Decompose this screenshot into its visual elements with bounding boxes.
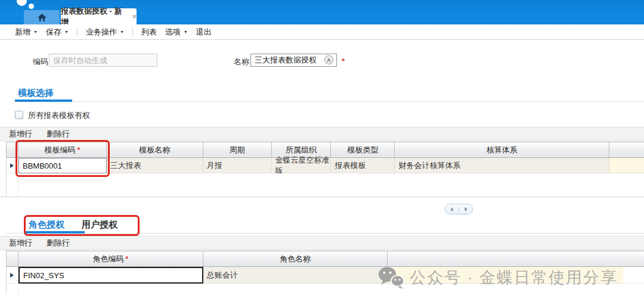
header-template-type: 模板类型: [331, 142, 395, 157]
header-row-indicator: [7, 251, 18, 266]
app-window: 报表数据授权 - 新增 × 新增 ▼ 保存 ▼ 业务操作 ▼ 列表 选项 ▼ 退…: [0, 0, 644, 305]
header-label: 周期: [230, 145, 245, 155]
row-selected-icon: [10, 273, 14, 278]
delete-row-button[interactable]: 删除行: [47, 238, 70, 248]
logo-dot-icon: [29, 4, 34, 9]
row-indicator[interactable]: [7, 267, 18, 284]
header-label: 模板名称: [139, 145, 170, 155]
cell-template-code[interactable]: BBMB0001: [18, 158, 107, 173]
role-grid-toolbar: 新增行 删除行: [0, 236, 644, 250]
collapse-up-button[interactable]: ∧: [445, 204, 459, 214]
menu-options-button[interactable]: 选项 ▼: [165, 27, 188, 38]
header-row-indicator: [7, 142, 18, 157]
required-asterisk: *: [126, 255, 129, 263]
cell-org[interactable]: 金蝶云星空标准版: [272, 158, 332, 173]
caret-down-icon: ▼: [184, 30, 188, 34]
cell-role-code[interactable]: FIN02_SYS: [18, 267, 203, 284]
active-tab-underline: [15, 99, 72, 102]
menu-exit-button[interactable]: 退出: [196, 27, 212, 38]
menu-separator: [77, 27, 78, 36]
home-icon: [38, 14, 47, 21]
role-grid-empty-area: [6, 284, 644, 294]
cell-role-name[interactable]: 总账会计: [203, 267, 388, 284]
active-tab-underline: [25, 231, 85, 234]
grid-line: [18, 284, 18, 294]
header-role-name: 角色名称: [203, 251, 388, 266]
menu-list-label: 列表: [141, 27, 157, 38]
template-grid: 模板编码 * 模板名称 周期 所属组织 模板类型 核算体系: [6, 142, 644, 173]
delete-row-button[interactable]: 删除行: [47, 129, 70, 139]
table-row: FIN02_SYS 总账会计: [6, 267, 644, 284]
grid-line: [18, 173, 18, 197]
tab-role-authorization[interactable]: 角色授权: [29, 219, 64, 231]
header-label: 角色名称: [280, 254, 311, 264]
tab-report-data-auth[interactable]: 报表数据授权 - 新增 ×: [61, 8, 137, 24]
role-grid-header: 角色编码 * 角色名称: [6, 251, 644, 267]
cell-template-name[interactable]: 三大报表: [107, 158, 203, 173]
cell-filler: [388, 267, 623, 284]
template-grid-empty-area: [6, 173, 644, 197]
menubar: 新增 ▼ 保存 ▼ 业务操作 ▼ 列表 选项 ▼ 退出: [0, 24, 644, 40]
header-template-code: 模板编码 *: [18, 142, 107, 157]
cell-outside: [623, 267, 644, 284]
role-grid: 角色编码 * 角色名称 FIN02_SYS 总账会计: [6, 251, 644, 284]
header-accounting-system: 核算体系: [395, 142, 609, 157]
menu-separator: [132, 27, 133, 36]
chevron-down-icon: ∨: [463, 206, 467, 212]
home-tab[interactable]: [24, 10, 60, 24]
header-label: 所属组织: [286, 145, 317, 155]
menu-save-label: 保存: [46, 27, 61, 38]
header-label: 模板编码: [45, 145, 76, 155]
menu-exit-label: 退出: [196, 27, 212, 38]
chevron-up-icon: ∧: [450, 206, 454, 212]
menu-list-button[interactable]: 列表: [141, 27, 157, 38]
row-selected-icon: [10, 163, 14, 168]
section-divider: [15, 101, 644, 102]
header-template-name: 模板名称: [107, 142, 203, 157]
header-role-code: 角色编码 *: [18, 251, 203, 266]
menu-business-ops-button[interactable]: 业务操作 ▼: [86, 27, 124, 38]
menu-new-button[interactable]: 新增 ▼: [15, 27, 38, 38]
required-asterisk: *: [78, 146, 80, 154]
caret-down-icon: ▼: [64, 30, 69, 34]
section-divider: [6, 233, 644, 234]
all-templates-checkbox[interactable]: [15, 111, 23, 119]
all-templates-checkbox-label: 所有报表模板有权: [28, 110, 90, 121]
caret-down-icon: ▼: [120, 30, 124, 34]
required-asterisk: *: [342, 57, 345, 66]
cell-template-type[interactable]: 报表模板: [331, 158, 395, 173]
menu-options-label: 选项: [165, 27, 181, 38]
header-filler: [609, 142, 644, 157]
header-period: 周期: [203, 142, 272, 157]
add-row-button[interactable]: 新增行: [9, 129, 32, 139]
tab-close-icon[interactable]: ×: [132, 13, 137, 21]
code-label: 编码: [33, 57, 48, 67]
row-indicator[interactable]: [7, 158, 18, 173]
logo-dot-icon: [17, 0, 27, 6]
collapse-down-button[interactable]: ∨: [459, 204, 472, 214]
top-bar: 报表数据授权 - 新增 ×: [0, 0, 644, 24]
menu-save-button[interactable]: 保存 ▼: [46, 27, 69, 38]
add-row-button[interactable]: 新增行: [9, 238, 32, 248]
multilingual-icon[interactable]: A: [324, 55, 333, 64]
table-row: BBMB0001 三大报表 月报 金蝶云星空标准版 报表模板 财务会计核算体系: [6, 158, 644, 173]
header-label: 模板类型: [347, 145, 378, 155]
menu-business-ops-label: 业务操作: [86, 27, 117, 38]
caret-down-icon: ▼: [33, 30, 38, 34]
cell-period[interactable]: 月报: [203, 158, 272, 173]
panel-collapse-control: ∧ ∨: [445, 204, 473, 214]
header-label: 角色编码: [93, 254, 124, 264]
template-grid-toolbar: 新增行 删除行: [0, 127, 644, 141]
tab-user-authorization[interactable]: 用户授权: [82, 219, 117, 231]
menu-new-label: 新增: [15, 27, 30, 38]
header-label: 核算体系: [487, 145, 518, 155]
code-input: [49, 54, 157, 67]
header-filler: [388, 251, 644, 266]
cell-filler: [609, 158, 644, 173]
tab-template-selection[interactable]: 模板选择: [18, 88, 54, 99]
cell-accounting-system[interactable]: 财务会计核算体系: [395, 158, 609, 173]
panel-divider: [0, 197, 644, 197]
name-label: 名称: [234, 57, 249, 67]
